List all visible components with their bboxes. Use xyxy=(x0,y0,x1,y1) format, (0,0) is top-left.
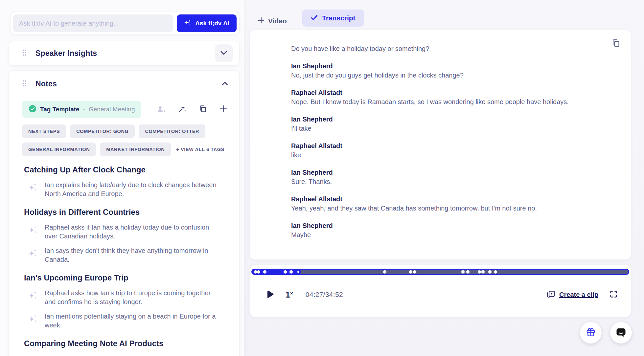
chat-widget-button[interactable] xyxy=(610,322,632,344)
note-bullet[interactable]: Ian explains being late/early due to clo… xyxy=(28,181,231,198)
transcript-speaker: Raphael Allstadt xyxy=(291,194,608,204)
view-all-tags-button[interactable]: + VIEW ALL 6 TAGS xyxy=(175,147,226,152)
timeline[interactable] xyxy=(251,269,629,275)
tag-pill[interactable]: MARKET INFORMATION xyxy=(100,143,171,156)
drag-handle-icon[interactable] xyxy=(22,79,27,88)
transcript-text: like xyxy=(291,150,608,160)
note-bullet[interactable]: Ian says they don't think they have anyt… xyxy=(28,246,231,264)
tag-pill[interactable]: GENERAL INFORMATION xyxy=(22,143,96,156)
note-heading: Catching Up After Clock Change xyxy=(24,165,231,175)
timeline-marker[interactable] xyxy=(481,270,485,274)
note-bullet[interactable]: Raphael asks if Ian has a holiday today … xyxy=(28,223,231,241)
transcript-entry[interactable]: Ian ShepherdMaybe xyxy=(291,221,608,239)
transcript-speaker: Ian Shepherd xyxy=(291,61,608,71)
playhead[interactable] xyxy=(296,269,301,275)
notes-toolbar xyxy=(157,104,231,114)
notes-title: Notes xyxy=(35,79,57,88)
tab-transcript[interactable]: Transcript xyxy=(302,10,364,27)
transcript-panel: Do you have like a holiday today or some… xyxy=(249,29,631,260)
transcript-text: Sure. Thanks. xyxy=(291,177,608,186)
speaker-insights-expand-button[interactable] xyxy=(215,44,233,62)
copy-icon xyxy=(198,104,207,114)
transcript-entry[interactable]: Raphael Allstadtlike xyxy=(291,141,608,160)
timeline-marker[interactable] xyxy=(289,270,293,274)
note-bullet[interactable]: Ian mentions potentially staying on a be… xyxy=(28,312,231,330)
transcript-entry[interactable]: Ian ShepherdSure. Thanks. xyxy=(291,168,608,186)
tag-template-name-link[interactable]: General Meeting xyxy=(89,106,135,113)
fullscreen-button[interactable] xyxy=(610,290,618,299)
create-clip-button[interactable]: Create a clip xyxy=(546,290,598,300)
magic-wand-button[interactable] xyxy=(178,104,187,114)
timeline-marker[interactable] xyxy=(263,270,266,274)
timeline-marker[interactable] xyxy=(494,270,497,274)
notes-body: Catching Up After Clock ChangeIan explai… xyxy=(22,165,231,356)
note-bullet-text: Ian asks Raphael to explain the differen… xyxy=(45,354,217,356)
note-bullet[interactable]: Raphael asks how Ian's trip to Europe is… xyxy=(28,289,231,306)
sparkle-icon xyxy=(28,223,37,241)
sparkle-icon xyxy=(28,181,37,198)
notes-collapse-button[interactable] xyxy=(218,77,231,90)
sparkle-icon xyxy=(28,289,37,306)
note-bullet-text: Raphael asks how Ian's trip to Europe is… xyxy=(45,289,217,306)
timeline-marker[interactable] xyxy=(413,270,416,274)
ask-ai-input[interactable] xyxy=(13,14,173,32)
tab-video[interactable]: Video xyxy=(258,13,287,29)
player-bar: 1× 04:27/34:52 Create a clip xyxy=(249,265,631,317)
ask-ai-button[interactable]: Ask tl;dv AI xyxy=(177,14,237,32)
tag-template-separator: · xyxy=(83,106,85,113)
transcript-text: Do you have like a holiday today or some… xyxy=(291,44,608,53)
tag-pill[interactable]: COMPETITOR: GONG xyxy=(70,124,135,138)
tag-pill[interactable]: COMPETITOR: OTTER xyxy=(139,124,205,138)
transcript-entry[interactable]: Do you have like a holiday today or some… xyxy=(291,44,608,53)
note-heading: Comparing Meeting Note AI Products xyxy=(24,338,231,349)
transcript-entry[interactable]: Raphael AllstadtNope. But I know today i… xyxy=(291,88,608,106)
tag-pill[interactable]: NEXT STEPS xyxy=(22,124,66,138)
timeline-marker[interactable] xyxy=(478,270,481,274)
timeline-marker[interactable] xyxy=(488,270,492,274)
transcript-content: Do you have like a holiday today or some… xyxy=(291,44,608,248)
transcript-text: Yeah, yeah, and they saw that Canada has… xyxy=(291,204,608,213)
transcript-speaker: Raphael Allstadt xyxy=(291,141,608,150)
wand-sparkles-icon xyxy=(178,104,187,114)
note-bullet[interactable]: Ian asks Raphael to explain the differen… xyxy=(28,354,231,356)
note-bullet-text: Ian mentions potentially staying on a be… xyxy=(45,312,217,330)
timeline-marker[interactable] xyxy=(461,270,465,274)
transcript-speaker: Ian Shepherd xyxy=(291,115,608,124)
transcript-speaker: Raphael Allstadt xyxy=(291,88,608,97)
add-note-button[interactable] xyxy=(219,105,227,114)
timeline-marker[interactable] xyxy=(284,270,287,274)
copy-notes-button[interactable] xyxy=(198,104,207,114)
transcript-text: No, just the do you guys get holidays in… xyxy=(291,71,608,80)
time-display: 04:27/34:52 xyxy=(306,291,343,299)
timeline-marker[interactable] xyxy=(409,270,412,274)
check-icon xyxy=(311,14,318,22)
notes-card: Notes Tag Template · General Meeting NEX… xyxy=(9,70,240,356)
sparkle-icon xyxy=(28,354,37,356)
play-button[interactable] xyxy=(267,290,274,299)
copy-icon xyxy=(611,38,621,49)
copy-transcript-button[interactable] xyxy=(611,38,621,49)
tag-template-row: Tag Template · General Meeting xyxy=(22,101,231,118)
note-bullet-text: Ian explains being late/early due to clo… xyxy=(45,181,217,198)
playback-speed-button[interactable]: 1× xyxy=(286,290,293,300)
create-clip-label: Create a clip xyxy=(559,291,598,299)
transcript-entry[interactable]: Raphael AllstadtYeah, yeah, and they saw… xyxy=(291,194,608,213)
tag-template-pill[interactable]: Tag Template · General Meeting xyxy=(22,101,141,118)
transcript-entry[interactable]: Ian ShepherdI'll take xyxy=(291,115,608,133)
participants-button[interactable] xyxy=(157,105,166,114)
drag-handle-icon[interactable] xyxy=(22,49,27,58)
play-icon xyxy=(267,290,274,299)
chevron-up-icon xyxy=(222,81,228,86)
transcript-entry[interactable]: Ian ShepherdNo, just the do you guys get… xyxy=(291,61,608,80)
speaker-insights-title: Speaker Insights xyxy=(35,49,97,58)
speed-value: 1 xyxy=(286,290,290,300)
clip-icon xyxy=(546,290,555,300)
tab-transcript-label: Transcript xyxy=(322,14,356,22)
note-bullet-text: Ian says they don't think they have anyt… xyxy=(45,246,217,264)
transcript-text: Nope. But I know today is Ramadan starts… xyxy=(291,97,608,106)
timeline-marker[interactable] xyxy=(383,270,386,274)
timeline-marker[interactable] xyxy=(257,270,260,274)
timeline-marker[interactable] xyxy=(466,270,470,274)
rewards-button[interactable] xyxy=(580,322,602,344)
ask-ai-bar: Ask tl;dv AI xyxy=(10,12,240,35)
